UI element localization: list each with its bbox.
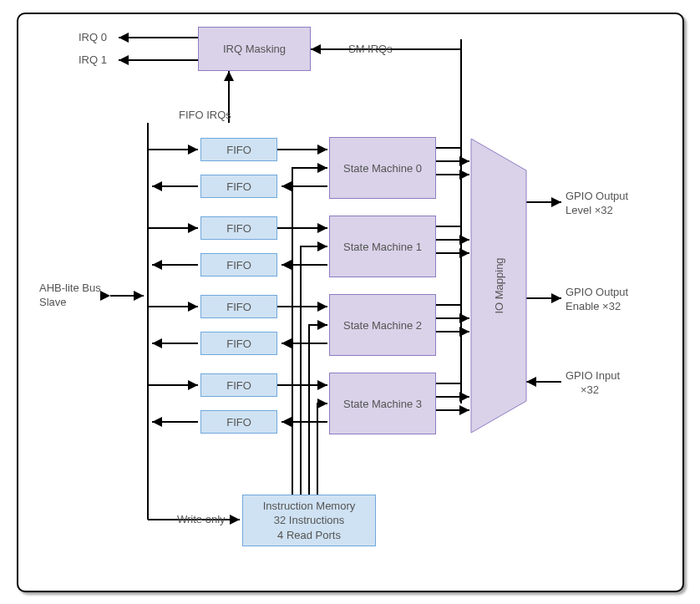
fifo-block: FIFO — [200, 373, 277, 397]
sm-label: State Machine 0 — [343, 162, 422, 175]
gpio-output-level-label: GPIO Output Level ×32 — [566, 190, 628, 218]
fifo-label: FIFO — [226, 180, 251, 193]
fifo-label: FIFO — [226, 301, 251, 313]
instruction-memory-block: Instruction Memory 32 Instructions 4 Rea… — [242, 495, 376, 546]
gpio-line: GPIO Output — [566, 190, 628, 202]
fifo-label: FIFO — [226, 144, 251, 156]
fifo-label: FIFO — [226, 416, 251, 429]
fifo-irqs-label: FIFO IRQs — [179, 109, 231, 123]
state-machine-3: State Machine 3 — [329, 373, 436, 434]
instr-mem-line: 32 Instructions — [274, 513, 345, 528]
state-machine-1: State Machine 1 — [329, 216, 436, 277]
io-mapping-label: IO Mapping — [493, 257, 505, 313]
fifo-block: FIFO — [200, 175, 277, 198]
fifo-label: FIFO — [226, 259, 251, 272]
io-mapping-block: IO Mapping — [469, 137, 528, 434]
irq0-label: IRQ 0 — [79, 31, 107, 45]
irq-masking-label: IRQ Masking — [223, 43, 286, 55]
sm-label: State Machine 2 — [343, 319, 422, 332]
fifo-block: FIFO — [200, 332, 277, 355]
fifo-label: FIFO — [226, 338, 251, 350]
fifo-block: FIFO — [200, 410, 277, 434]
gpio-output-enable-label: GPIO Output Enable ×32 — [566, 286, 628, 314]
fifo-block: FIFO — [200, 253, 277, 277]
sm-irqs-label: SM IRQs — [348, 43, 393, 57]
instr-mem-line: 4 Read Ports — [277, 528, 341, 543]
sm-label: State Machine 1 — [343, 241, 422, 253]
irq1-label: IRQ 1 — [79, 53, 107, 68]
state-machine-0: State Machine 0 — [329, 137, 436, 199]
ahb-line: AHB-lite Bus — [39, 282, 101, 294]
write-only-label: Write only — [177, 513, 226, 527]
gpio-line: Enable ×32 — [566, 300, 621, 312]
fifo-label: FIFO — [226, 222, 251, 235]
irq-masking-block: IRQ Masking — [198, 27, 311, 71]
gpio-input-label: GPIO Input ×32 — [566, 369, 620, 398]
diagram-canvas: .l { stroke:#000; stroke-width:2; fill:n… — [17, 13, 684, 592]
gpio-line: ×32 — [581, 383, 599, 396]
sm-label: State Machine 3 — [343, 398, 422, 410]
state-machine-2: State Machine 2 — [329, 294, 436, 356]
gpio-line: GPIO Input — [566, 369, 620, 382]
fifo-block: FIFO — [200, 138, 277, 161]
diagram-frame: .l { stroke:#000; stroke-width:2; fill:n… — [0, 0, 700, 604]
gpio-line: Level ×32 — [566, 204, 613, 216]
instr-mem-line: Instruction Memory — [263, 499, 356, 514]
fifo-label: FIFO — [226, 379, 251, 392]
fifo-block: FIFO — [200, 295, 277, 318]
gpio-line: GPIO Output — [566, 286, 628, 298]
ahb-label: AHB-lite Bus Slave — [39, 282, 101, 310]
ahb-line: Slave — [39, 296, 67, 308]
fifo-block: FIFO — [200, 216, 277, 240]
